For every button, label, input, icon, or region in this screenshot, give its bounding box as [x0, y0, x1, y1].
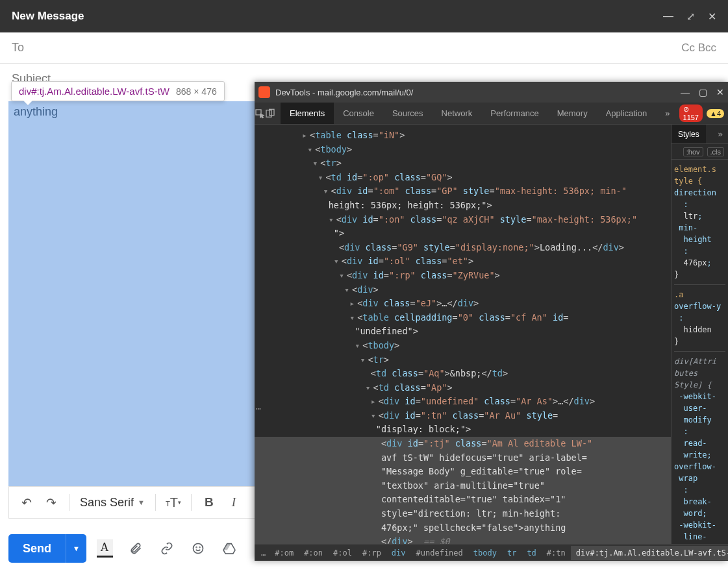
crumb[interactable]: tr [502, 548, 521, 558]
dom-tree-line[interactable]: 476px;" spellcheck="false">anything [255, 521, 671, 535]
crumb[interactable]: div [386, 548, 411, 558]
dom-tree-line[interactable]: "display: block;"> [255, 423, 671, 437]
dom-tree-line[interactable]: <div class="G9" style="display:none;">Lo… [255, 241, 671, 255]
close-icon[interactable]: ✕ [716, 87, 724, 97]
dom-tree-line[interactable]: ▾<div id=":rp" class="ZyRVue"> [255, 269, 671, 283]
close-icon[interactable]: ✕ [708, 10, 716, 23]
tab-sources[interactable]: Sources [383, 103, 433, 124]
css-rule[interactable]: .a <br>oI .Am.Al {</span> [674, 289, 725, 301]
tab-network[interactable]: Network [433, 103, 482, 124]
dom-tree-line[interactable]: <td class="Aq">&nbsp;</td> [255, 367, 671, 381]
css-rule[interactable]: -webkit- line- break : after- white- spa… [674, 519, 725, 544]
bold-icon[interactable]: B [198, 491, 220, 513]
expand-icon[interactable]: ⤢ [686, 10, 695, 23]
tab-performance[interactable]: Performance [481, 103, 547, 124]
dom-tree-line[interactable]: ▾<tr> [255, 353, 671, 367]
dom-tree-line[interactable]: </div> == $0 [255, 535, 671, 544]
attach-icon[interactable] [127, 539, 145, 558]
dom-tree-line[interactable]: ▾<td class="Ap"> [255, 381, 671, 395]
css-rule[interactable]: } [674, 269, 725, 280]
devtools-window-controls: — ▢ ✕ [681, 87, 724, 97]
dom-tree-line[interactable]: "> [255, 227, 671, 241]
dom-tree-line[interactable]: <div id=":tj" class="Am Al editable LW-" [255, 437, 671, 451]
tab-elements[interactable]: Elements [281, 103, 334, 124]
minimize-icon[interactable]: — [681, 87, 690, 97]
undo-icon[interactable]: ↶ [16, 491, 38, 513]
dom-tree-line[interactable]: ▸<div class="eJ">…</div> [255, 297, 671, 311]
send-button[interactable]: Send ▼ [8, 534, 86, 563]
crumb[interactable]: td [521, 548, 541, 558]
dom-tree-line[interactable]: contenteditable="true" tabindex="1" [255, 493, 671, 507]
crumb[interactable]: #:tn [542, 548, 571, 558]
dom-tree-line[interactable]: "textbox" aria-multiline="true" [255, 479, 671, 493]
css-rule[interactable]: min- height : 476px; [674, 222, 725, 269]
redo-icon[interactable]: ↷ [40, 491, 62, 513]
elements-panel[interactable]: ▸<table class="iN"> ▾<tbody> ▾<tr> ▾<td … [255, 125, 671, 544]
devtools-titlebar[interactable]: DevTools - mail.google.com/mail/u/0/ — ▢… [255, 82, 728, 103]
dom-tree-line[interactable]: "Message Body" g_editable="true" role= [255, 465, 671, 479]
dom-tree-line[interactable]: ▸<div id="undefined" class="Ar As">…</di… [255, 395, 671, 409]
device-toggle-icon[interactable] [265, 103, 275, 125]
crumb[interactable]: #:om [270, 548, 299, 558]
inspect-element-icon[interactable] [255, 103, 265, 125]
dom-tree-line[interactable]: ▾<div id=":om" class="GP" style="max-hei… [255, 184, 671, 199]
dom-tree-line[interactable]: ▾<div id=":tn" class="Ar Au" style= [255, 409, 671, 423]
warning-count-badge[interactable]: ▲4 [707, 109, 724, 118]
to-field-row[interactable]: To Cc Bcc [0, 32, 728, 64]
dom-tree-line[interactable]: ▸<table class="iN"> [255, 129, 671, 143]
minimize-icon[interactable]: — [663, 10, 673, 22]
dom-tree-line[interactable]: ▾<div> [255, 283, 671, 297]
dom-tree-line[interactable]: ▾<div id=":ol" class="et"> [255, 254, 671, 269]
styles-rules[interactable]: element.style {direction : ltr; min- hei… [672, 160, 728, 544]
tab-styles[interactable]: Styles [672, 125, 706, 143]
hov-toggle[interactable]: :hov [683, 147, 703, 156]
drive-icon[interactable] [220, 539, 238, 558]
dom-tree-line[interactable]: ▾<td id=":op" class="GQ"> [255, 171, 671, 185]
send-options-dropdown[interactable]: ▼ [66, 534, 86, 563]
crumb-active[interactable]: div#:tj.Am.Al.editable.LW-avf.tS-tW [571, 546, 728, 560]
breadcrumb-overflow[interactable]: … [257, 548, 270, 558]
dom-tree-line[interactable]: ▾<tr> [255, 156, 671, 171]
styles-tabs-overflow-icon[interactable]: » [712, 129, 728, 139]
css-rule[interactable]: div[AttributesStyle] { [674, 356, 725, 391]
crumb[interactable]: #:rp [357, 548, 386, 558]
italic-icon[interactable]: I [223, 491, 245, 513]
tab-console[interactable]: Console [334, 103, 383, 124]
dom-tree-line[interactable]: ▾<table cellpadding="0" class="cf An" id… [255, 311, 671, 325]
cc-link[interactable]: Cc [681, 42, 695, 54]
dom-tree-line[interactable]: "undefined"> [255, 325, 671, 339]
crumb[interactable]: #:on [299, 548, 328, 558]
css-rule[interactable]: -webkit- user- modify : read- write; [674, 391, 725, 461]
bcc-link[interactable]: Bcc [698, 42, 716, 54]
crumb[interactable]: tbody [468, 548, 502, 558]
css-rule[interactable]: overflow- wrap : break- word; [674, 461, 725, 519]
send-button-label[interactable]: Send [8, 534, 66, 563]
tabs-overflow-icon[interactable]: » [656, 103, 679, 124]
css-rule[interactable]: direction : ltr; [674, 187, 725, 222]
dom-breadcrumb[interactable]: … #:om #:on #:ol #:rp div #undefined tbo… [255, 544, 728, 561]
text-formatting-icon[interactable]: A [95, 539, 114, 558]
devtools-status: ⊘ 1157 ▲4 ⋮ [679, 104, 728, 122]
css-rule[interactable]: overflow-y : hidden [674, 301, 725, 336]
maximize-icon[interactable]: ▢ [699, 87, 707, 97]
dom-tree-line[interactable]: height: 536px; height: 536px;"> [255, 199, 671, 213]
dom-tree-line[interactable]: style="direction: ltr; min-height: [255, 507, 671, 521]
dom-tree-line[interactable]: avf tS-tW" hidefocus="true" aria-label= [255, 451, 671, 465]
dom-tree-line[interactable]: ▾<tbody> [255, 339, 671, 353]
dom-tree-line[interactable]: ▾<tbody> [255, 143, 671, 157]
font-family-select[interactable]: Sans Serif ▼ [76, 496, 149, 509]
css-rule[interactable]: element.style { [674, 164, 725, 187]
tab-memory[interactable]: Memory [548, 103, 597, 124]
compose-title: New Message [12, 10, 84, 23]
css-rule[interactable]: } [674, 336, 725, 347]
tab-application[interactable]: Application [597, 103, 657, 124]
error-count-badge[interactable]: ⊘ 1157 [679, 104, 703, 122]
font-size-icon[interactable]: тT▾ [162, 491, 184, 513]
crumb[interactable]: #:ol [328, 548, 357, 558]
link-icon[interactable] [158, 539, 176, 558]
dom-tree-line[interactable]: ▾<div id=":on" class="qz aXjCH" style="m… [255, 213, 671, 227]
styles-tabs: Styles » [672, 125, 728, 144]
emoji-icon[interactable] [189, 539, 207, 558]
cls-toggle[interactable]: .cls [707, 147, 725, 156]
crumb[interactable]: #undefined [411, 548, 468, 558]
